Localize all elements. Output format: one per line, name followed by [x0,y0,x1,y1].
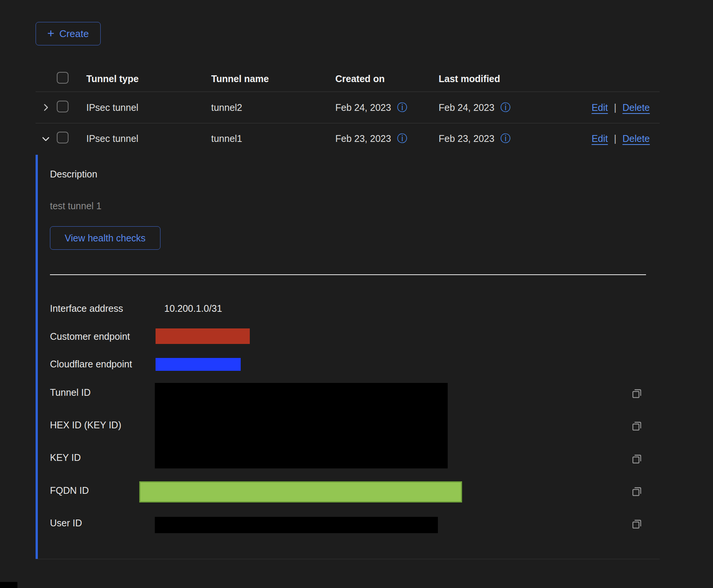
fqdn-id-label: FQDN ID [50,485,89,496]
edit-link[interactable]: Edit [592,133,608,144]
copy-icon [631,518,643,530]
row-actions: Edit | Delete [592,102,660,113]
last-modified-cell: Feb 24, 2023 ⓘ [439,102,542,113]
header-checkbox-cell [57,72,86,86]
checkbox-cell [57,132,86,146]
tunnels-table: Tunnel type Tunnel name Created on Last … [36,66,660,154]
header-tunnel-name: Tunnel name [211,73,335,84]
hex-id-label: HEX ID (KEY ID) [50,420,121,431]
select-all-checkbox[interactable] [57,72,68,84]
key-id-label: KEY ID [50,452,81,463]
created-on-value: Feb 24, 2023 [335,102,391,113]
fqdn-id-redacted-value [139,481,462,502]
action-separator: | [614,133,616,144]
tunnel-name-cell: tunnel1 [211,133,335,144]
header-last-modified: Last modified [439,73,542,84]
tunnel-name-cell: tunnel2 [211,102,335,113]
row-collapse-button[interactable] [38,131,54,147]
copy-icon [631,387,643,400]
tunnel-type-cell: IPsec tunnel [86,102,211,113]
delete-link[interactable]: Delete [623,102,650,113]
expand-cell [36,100,57,115]
last-modified-cell: Feb 23, 2023 ⓘ [439,133,542,144]
description-label: Description [50,169,97,180]
customer-endpoint-redacted-value [156,328,250,344]
row-expand-button[interactable] [38,100,54,115]
ids-redacted-value [155,383,448,468]
copy-tunnel-id-button[interactable] [629,386,645,401]
plus-icon: + [47,27,54,39]
edit-link[interactable]: Edit [592,102,608,113]
table-row-tunnel1: IPsec tunnel tunnel1 Feb 23, 2023 ⓘ Feb … [36,123,660,154]
copy-user-id-button[interactable] [629,516,645,532]
copy-icon [631,453,643,465]
expand-cell [36,131,57,147]
bottom-edge-decoration [0,582,17,588]
info-icon[interactable]: ⓘ [397,134,407,144]
info-icon[interactable]: ⓘ [397,103,407,113]
header-tunnel-type: Tunnel type [86,73,211,84]
interface-address-label: Interface address [50,303,123,314]
last-modified-value: Feb 24, 2023 [439,102,494,113]
copy-fqdn-id-button[interactable] [629,484,645,499]
interface-address-value: 10.200.1.0/31 [164,303,222,314]
action-separator: | [614,102,616,113]
info-icon[interactable]: ⓘ [500,134,511,144]
tunnels-page: + Create Tunnel type Tunnel name Created… [0,0,713,588]
row-checkbox[interactable] [57,132,68,143]
chevron-down-icon [41,134,51,144]
row-actions: Edit | Delete [592,133,660,144]
user-id-label: User ID [50,518,82,529]
table-header-row: Tunnel type Tunnel name Created on Last … [36,66,660,92]
last-modified-value: Feb 23, 2023 [439,133,494,144]
copy-icon [631,485,643,498]
create-button-label: Create [59,28,89,40]
expanded-row-accent-bar [36,155,38,559]
table-row-tunnel2: IPsec tunnel tunnel2 Feb 24, 2023 ⓘ Feb … [36,92,660,123]
description-value: test tunnel 1 [50,201,101,212]
user-id-redacted-value [155,517,438,533]
copy-hex-id-button[interactable] [629,418,645,434]
header-created-on: Created on [335,73,439,84]
created-on-cell: Feb 24, 2023 ⓘ [335,102,439,113]
create-button[interactable]: + Create [36,22,101,45]
chevron-right-icon [41,103,51,112]
tunnel-id-label: Tunnel ID [50,387,90,398]
copy-key-id-button[interactable] [629,451,645,467]
created-on-cell: Feb 23, 2023 ⓘ [335,133,439,144]
copy-icon [631,420,643,432]
row-checkbox[interactable] [57,101,68,112]
created-on-value: Feb 23, 2023 [335,133,391,144]
cloudflare-endpoint-redacted-value [156,358,241,371]
cloudflare-endpoint-label: Cloudflare endpoint [50,359,132,370]
panel-bottom-border [36,559,660,559]
view-health-checks-button[interactable]: View health checks [50,226,160,250]
customer-endpoint-label: Customer endpoint [50,331,130,342]
checkbox-cell [57,101,86,115]
panel-divider [50,274,646,275]
info-icon[interactable]: ⓘ [500,103,511,113]
tunnel-type-cell: IPsec tunnel [86,133,211,144]
delete-link[interactable]: Delete [623,133,650,144]
